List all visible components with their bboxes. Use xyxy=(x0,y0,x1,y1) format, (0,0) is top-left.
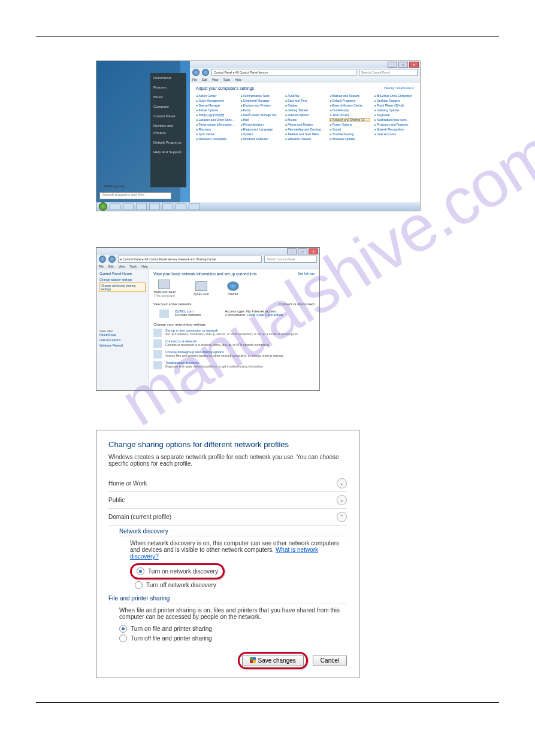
control-panel-item[interactable]: Programs and Features xyxy=(374,123,414,126)
start-menu-item[interactable]: Pictures xyxy=(150,83,186,92)
control-panel-item[interactable]: Location and Other Sensors xyxy=(196,118,235,122)
control-panel-item[interactable]: Windows Update xyxy=(330,137,369,141)
control-panel-item[interactable]: Credential Manager xyxy=(240,99,280,102)
control-panel-item[interactable]: Display xyxy=(285,104,325,107)
profile-home-work[interactable]: Home or Work ⌄ xyxy=(108,475,347,492)
control-panel-item[interactable]: Devices and Printers xyxy=(240,104,280,107)
control-panel-item[interactable]: AutoPlay xyxy=(285,94,325,98)
start-menu-item[interactable]: Documents xyxy=(150,73,186,83)
sidebar-link[interactable]: Change advanced sharing settings xyxy=(99,283,145,292)
radio-turn-on-network-discovery[interactable]: Turn on network discovery xyxy=(137,567,218,575)
control-panel-item[interactable]: Intel® Rapid Storage Technology xyxy=(240,113,280,117)
menu-item[interactable]: Edit xyxy=(202,78,207,81)
start-menu-item[interactable]: Music xyxy=(150,92,186,102)
control-panel-item[interactable]: Administrative Tools xyxy=(240,94,280,98)
menu-item[interactable]: Tools xyxy=(223,78,230,81)
control-panel-item[interactable]: BitLocker Drive Encryption xyxy=(374,94,414,98)
control-panel-item[interactable]: Internet Options xyxy=(285,113,325,117)
profile-public[interactable]: Public ⌄ xyxy=(108,492,347,509)
see-also-link[interactable]: Internet Options xyxy=(99,338,145,342)
menu-item[interactable]: Tools xyxy=(129,265,137,268)
start-menu-item[interactable]: Help and Support xyxy=(150,147,186,157)
control-panel-item[interactable]: Notification Area Icons xyxy=(374,118,414,122)
cancel-button[interactable]: Cancel xyxy=(313,655,347,666)
control-panel-item[interactable]: Taskbar and Start Menu xyxy=(285,132,325,136)
control-panel-item[interactable]: Windows CardSpace xyxy=(196,137,235,141)
taskbar-item[interactable] xyxy=(149,203,160,210)
back-button[interactable] xyxy=(192,69,200,76)
profile-domain[interactable]: Domain (current profile) ⌃ xyxy=(108,509,347,526)
control-panel-item[interactable]: Recovery xyxy=(196,127,235,131)
network-task[interactable]: Troubleshoot problemsDiagnose and repair… xyxy=(153,361,315,369)
control-panel-item[interactable]: Performance Information and Tools xyxy=(196,123,235,126)
connection-link[interactable]: Local Area Connection xyxy=(247,313,283,317)
control-panel-item[interactable]: Fonts xyxy=(240,108,280,112)
address-bar[interactable]: ▸ Control Panel ▸ All Control Panel Item… xyxy=(118,256,262,263)
control-panel-item[interactable]: Getting Started xyxy=(285,108,325,112)
control-panel-item[interactable]: Keyboard xyxy=(374,113,414,117)
control-panel-item[interactable]: Network and Sharing Center xyxy=(330,118,369,122)
minimize-button[interactable]: _ xyxy=(388,62,397,68)
control-panel-item[interactable]: Action Center xyxy=(196,94,235,98)
control-panel-item[interactable]: Indexing Options xyxy=(374,108,414,112)
control-panel-item[interactable]: Speech Recognition xyxy=(374,127,414,131)
menu-item[interactable]: File xyxy=(99,265,104,268)
start-button[interactable] xyxy=(99,202,107,211)
forward-button[interactable] xyxy=(108,256,116,263)
control-panel-item[interactable]: Windows Firewall xyxy=(285,137,325,141)
control-panel-item[interactable]: Backup and Restore xyxy=(330,94,369,98)
view-by-selector[interactable]: View by: Small icons ▾ xyxy=(384,86,414,90)
search-input[interactable]: Search Control Panel xyxy=(359,69,418,76)
radio-turn-on-file-printer-sharing[interactable]: Turn on file and printer sharing xyxy=(119,625,347,633)
taskbar-item[interactable] xyxy=(162,203,173,210)
control-panel-item[interactable]: Device Manager xyxy=(196,104,235,107)
see-also-link[interactable]: Windows Firewall xyxy=(99,344,145,347)
menu-item[interactable]: Edit xyxy=(108,265,114,268)
see-also-link[interactable]: HomeGroup xyxy=(99,333,145,336)
search-input[interactable]: Search Control Panel xyxy=(264,256,317,263)
taskbar-item[interactable] xyxy=(123,203,134,210)
menu-item[interactable]: File xyxy=(192,78,197,81)
control-panel-item[interactable]: Java (32-bit) xyxy=(330,113,369,117)
control-panel-item[interactable]: Desktop Gadgets xyxy=(374,99,414,102)
menu-item[interactable]: View xyxy=(119,265,125,268)
control-panel-item[interactable]: System xyxy=(240,132,280,136)
start-menu-item[interactable]: Control Panel xyxy=(150,111,186,121)
control-panel-item[interactable]: Folder Options xyxy=(196,108,235,112)
forward-button[interactable] xyxy=(202,69,209,76)
control-panel-item[interactable]: HomeGroup xyxy=(330,108,369,112)
taskbar-item[interactable] xyxy=(189,203,200,210)
start-search-input[interactable]: Search programs and files xyxy=(99,192,171,199)
close-button[interactable]: ✕ xyxy=(409,62,419,68)
control-panel-item[interactable]: User Accounts xyxy=(374,132,414,136)
control-panel-item[interactable]: Region and Language xyxy=(240,127,280,131)
see-full-map-link[interactable]: See full map xyxy=(298,272,315,275)
control-panel-item[interactable]: Personalization xyxy=(240,123,280,126)
radio-turn-off-file-printer-sharing[interactable]: Turn off file and printer sharing xyxy=(119,634,347,642)
control-panel-item[interactable]: RemoteApp and Desktop Connections xyxy=(285,127,325,131)
save-changes-button[interactable]: Save changes xyxy=(242,655,303,666)
maximize-button[interactable]: □ xyxy=(298,248,307,254)
control-panel-item[interactable]: Sound xyxy=(330,127,369,131)
network-task[interactable]: Set up a new connection or networkSet up… xyxy=(153,329,315,337)
radio-turn-off-network-discovery[interactable]: Turn off network discovery xyxy=(135,581,347,589)
start-menu-item[interactable]: Computer xyxy=(150,102,186,111)
control-panel-item[interactable]: Power Options xyxy=(330,123,369,126)
menu-item[interactable]: Help xyxy=(235,78,241,81)
control-panel-item[interactable]: Troubleshooting xyxy=(330,132,369,136)
control-panel-item[interactable]: Windows Defender xyxy=(240,137,280,141)
network-task[interactable]: Connect to a networkConnect or reconnect… xyxy=(153,339,315,348)
control-panel-item[interactable]: Color Management xyxy=(196,99,235,102)
control-panel-item[interactable]: Mail xyxy=(240,118,280,122)
maximize-button[interactable]: □ xyxy=(398,62,408,68)
menu-item[interactable]: Help xyxy=(141,265,147,268)
control-panel-item[interactable]: Ease of Access Center xyxy=(330,104,369,107)
control-panel-item[interactable]: Flash Player (32-bit) xyxy=(374,104,414,107)
control-panel-item[interactable]: Intel(R) 圖形和媒體 xyxy=(196,113,235,117)
connect-disconnect-link[interactable]: Connect or disconnect xyxy=(279,302,315,306)
minimize-button[interactable]: _ xyxy=(287,248,297,254)
taskbar-item[interactable] xyxy=(176,203,186,210)
taskbar-item[interactable] xyxy=(136,203,147,210)
start-menu-item[interactable]: Default Programs xyxy=(150,138,186,147)
start-menu-item[interactable]: Devices and Printers xyxy=(150,121,186,138)
